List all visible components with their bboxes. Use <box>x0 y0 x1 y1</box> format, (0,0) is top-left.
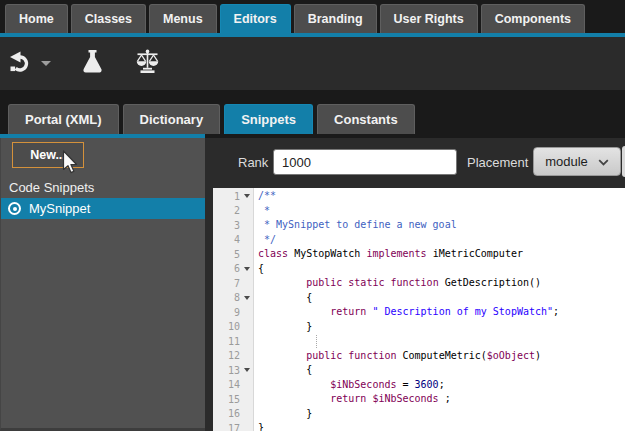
fold-slot <box>240 320 253 335</box>
gutter-row: 12 <box>213 349 253 364</box>
token-plain: } <box>258 321 312 332</box>
line-number: 13 <box>215 365 240 376</box>
code-pane[interactable]: /** * * MySnippet to define a new goal *… <box>254 188 625 431</box>
snippet-list: MySnippet <box>1 198 205 219</box>
code-line-7[interactable]: public static function GetDescription() <box>254 276 625 291</box>
token-plain: ) <box>535 350 541 361</box>
sub-tab-portal-xml[interactable]: Portal (XML) <box>8 104 119 134</box>
code-snippets-section-label: Code Snippets <box>9 180 94 195</box>
tab-branding[interactable]: Branding <box>294 4 377 33</box>
fold-slot <box>240 407 253 422</box>
code-line-11[interactable] <box>254 334 625 349</box>
sub-tab-snippets[interactable]: Snippets <box>224 104 313 134</box>
tab-user-rights[interactable]: User Rights <box>380 4 478 33</box>
new-snippet-button[interactable]: New... <box>12 142 84 168</box>
fold-slot <box>240 247 253 262</box>
token-keyword: static <box>348 277 384 288</box>
fold-slot <box>240 392 253 407</box>
sub-tab-constants[interactable]: Constants <box>317 104 415 134</box>
gutter-row: 4 <box>213 233 253 248</box>
indent-guide <box>316 335 317 348</box>
fold-slot <box>240 291 253 306</box>
placement-select[interactable]: module <box>533 147 621 176</box>
undo-button[interactable] <box>7 46 51 80</box>
line-number-gutter: 1234567891011121314151617 <box>213 188 254 431</box>
code-editor[interactable]: 1234567891011121314151617 /** * * MySnip… <box>213 188 625 431</box>
compare-button[interactable] <box>132 46 163 80</box>
code-line-3[interactable]: * MySnippet to define a new goal <box>254 218 625 233</box>
token-plain <box>258 350 306 361</box>
code-line-8[interactable]: { <box>254 291 625 306</box>
token-plain: { <box>258 263 264 274</box>
undo-icon <box>7 49 34 78</box>
top-nav-tabs: HomeClassesMenusEditorsBrandingUser Righ… <box>5 4 585 33</box>
code-line-1[interactable]: /** <box>254 189 625 204</box>
line-number: 14 <box>215 379 240 390</box>
fold-arrow-icon[interactable] <box>244 194 250 198</box>
sub-tab-dictionary[interactable]: Dictionary <box>123 104 221 134</box>
token-plain: iMetricComputer <box>427 248 523 259</box>
fold-slot <box>240 233 253 248</box>
code-line-12[interactable]: public function ComputeMetric($oObject) <box>254 349 625 364</box>
code-line-10[interactable]: } <box>254 320 625 335</box>
code-line-16[interactable]: } <box>254 407 625 422</box>
rank-input[interactable] <box>273 149 457 175</box>
token-plain: MyStopWatch <box>288 248 366 259</box>
gutter-row: 9 <box>213 305 253 320</box>
code-line-14[interactable]: $iNbSeconds = 3600; <box>254 378 625 393</box>
flask-icon <box>80 48 105 79</box>
line-number: 3 <box>215 220 240 231</box>
token-keyword: return <box>330 393 366 404</box>
line-number: 5 <box>215 249 240 260</box>
fold-arrow-icon[interactable] <box>244 296 250 300</box>
code-line-17[interactable]: } <box>254 421 625 431</box>
undo-dropdown-caret-icon[interactable] <box>41 61 51 66</box>
fold-slot <box>240 204 253 219</box>
token-plain: { <box>258 364 312 375</box>
token-variable: $oObject <box>487 350 535 361</box>
code-line-15[interactable]: return $iNbSeconds ; <box>254 392 625 407</box>
code-line-5[interactable]: class MyStopWatch implements iMetricComp… <box>254 247 625 262</box>
line-number: 15 <box>215 394 240 405</box>
top-nav-bar: HomeClassesMenusEditorsBrandingUser Righ… <box>0 0 625 37</box>
code-line-4[interactable]: */ <box>254 233 625 248</box>
fold-slot <box>240 189 253 204</box>
gutter-row: 3 <box>213 218 253 233</box>
tab-menus[interactable]: Menus <box>149 4 217 33</box>
test-button[interactable] <box>80 46 105 80</box>
token-variable: $iNbSeconds <box>330 379 396 390</box>
token-plain: ComputeMetric( <box>397 350 487 361</box>
fold-slot <box>240 334 253 349</box>
code-line-2[interactable]: * <box>254 204 625 219</box>
token-plain: ; <box>439 379 445 390</box>
gutter-row: 10 <box>213 320 253 335</box>
fold-arrow-icon[interactable] <box>244 267 250 271</box>
rank-label: Rank <box>238 155 268 170</box>
line-number: 1 <box>215 191 240 202</box>
gutter-row: 14 <box>213 378 253 393</box>
tab-home[interactable]: Home <box>5 4 68 33</box>
snippet-item-mysnippet[interactable]: MySnippet <box>1 198 205 219</box>
gutter-row: 1 <box>213 189 253 204</box>
chevron-down-icon <box>598 154 609 169</box>
token-keyword: function <box>390 277 438 288</box>
fold-slot <box>240 305 253 320</box>
placement-label: Placement <box>467 155 528 170</box>
fold-slot <box>240 349 253 364</box>
tab-classes[interactable]: Classes <box>71 4 146 33</box>
code-line-13[interactable]: { <box>254 363 625 378</box>
fold-slot <box>240 421 253 431</box>
fold-slot <box>240 262 253 277</box>
line-number: 17 <box>215 423 240 431</box>
line-number: 7 <box>215 278 240 289</box>
code-line-6[interactable]: { <box>254 262 625 277</box>
fold-arrow-icon[interactable] <box>244 368 250 372</box>
gutter-row: 6 <box>213 262 253 277</box>
tab-editors[interactable]: Editors <box>220 4 291 33</box>
gutter-row: 11 <box>213 334 253 349</box>
code-line-9[interactable]: return " Description of my StopWatch"; <box>254 305 625 320</box>
tab-components[interactable]: Components <box>481 4 585 33</box>
gutter-row: 13 <box>213 363 253 378</box>
token-keyword: function <box>348 350 396 361</box>
token-plain: { <box>258 292 312 303</box>
